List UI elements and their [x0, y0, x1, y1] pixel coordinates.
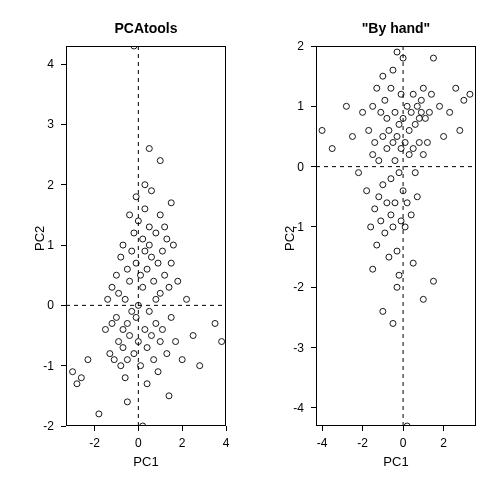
svg-point-26	[127, 212, 133, 218]
y-tick-label: 3	[47, 117, 66, 131]
svg-point-120	[384, 200, 390, 206]
svg-point-178	[394, 284, 400, 290]
svg-point-18	[120, 242, 126, 248]
svg-point-137	[396, 170, 402, 176]
svg-point-3	[70, 369, 76, 375]
x-axis-label: PC1	[66, 454, 226, 469]
svg-point-112	[376, 194, 382, 200]
svg-point-105	[370, 152, 376, 158]
y-tick-label: -2	[43, 419, 66, 433]
svg-point-83	[74, 381, 80, 387]
svg-point-110	[374, 85, 380, 91]
svg-point-54	[151, 278, 157, 284]
svg-point-134	[394, 248, 400, 254]
chart-svg	[316, 46, 476, 426]
svg-point-48	[146, 242, 152, 248]
y-tick-label: -4	[293, 401, 316, 415]
svg-point-170	[437, 103, 443, 109]
svg-point-28	[129, 248, 135, 254]
svg-point-150	[406, 152, 412, 158]
svg-point-76	[175, 278, 181, 284]
x-tick-label: -2	[89, 426, 100, 450]
y-tick-label: 1	[47, 238, 66, 252]
svg-point-63	[157, 290, 163, 296]
y-tick-label: 0	[47, 298, 66, 312]
svg-point-89	[157, 158, 163, 164]
x-tick-label: 2	[179, 426, 186, 450]
svg-point-15	[118, 363, 124, 369]
svg-point-17	[120, 326, 126, 332]
svg-point-73	[168, 314, 174, 320]
svg-point-132	[392, 200, 398, 206]
svg-point-53	[148, 188, 154, 194]
svg-point-4	[78, 375, 84, 381]
svg-point-52	[148, 333, 154, 339]
svg-point-27	[127, 333, 133, 339]
svg-point-130	[390, 67, 396, 73]
svg-point-131	[392, 158, 398, 164]
svg-point-135	[394, 49, 400, 55]
svg-point-122	[384, 115, 390, 121]
svg-point-172	[447, 109, 453, 115]
svg-point-33	[133, 314, 139, 320]
svg-point-165	[422, 115, 428, 121]
svg-point-77	[179, 357, 185, 363]
svg-point-164	[420, 85, 426, 91]
svg-rect-0	[67, 47, 226, 426]
svg-point-107	[372, 206, 378, 212]
svg-point-39	[138, 363, 144, 369]
svg-point-6	[105, 296, 111, 302]
svg-point-154	[410, 91, 416, 97]
x-tick-label: 2	[440, 426, 447, 450]
y-tick-label: -1	[293, 220, 316, 234]
svg-point-113	[378, 109, 384, 115]
svg-point-174	[457, 127, 463, 133]
svg-point-184	[410, 260, 416, 266]
svg-point-74	[170, 242, 176, 248]
svg-point-149	[406, 127, 412, 133]
y-tick-label: -1	[43, 359, 66, 373]
svg-point-103	[366, 127, 372, 133]
x-tick-label: 0	[135, 426, 142, 450]
svg-point-117	[380, 133, 386, 139]
svg-point-64	[159, 248, 165, 254]
svg-point-55	[151, 357, 157, 363]
svg-point-185	[396, 272, 402, 278]
svg-point-16	[118, 254, 124, 260]
svg-point-157	[414, 103, 420, 109]
svg-point-42	[142, 326, 148, 332]
svg-point-166	[424, 140, 430, 146]
svg-point-79	[190, 333, 196, 339]
svg-point-13	[116, 339, 122, 345]
svg-point-62	[157, 339, 163, 345]
svg-point-23	[124, 266, 130, 272]
svg-point-9	[109, 320, 115, 326]
svg-point-96	[319, 127, 325, 133]
svg-point-12	[113, 272, 119, 278]
svg-point-84	[85, 357, 91, 363]
y-tick-label: 4	[47, 57, 66, 71]
svg-point-65	[159, 326, 165, 332]
svg-point-118	[382, 230, 388, 236]
svg-point-151	[408, 212, 414, 218]
svg-point-123	[386, 254, 392, 260]
svg-point-173	[453, 85, 459, 91]
svg-point-8	[109, 284, 115, 290]
svg-point-102	[364, 188, 370, 194]
x-tick-label: -2	[357, 426, 368, 450]
svg-point-45	[144, 345, 150, 351]
svg-point-128	[390, 140, 396, 146]
svg-point-133	[392, 109, 398, 115]
svg-point-40	[140, 236, 146, 242]
svg-point-158	[414, 194, 420, 200]
svg-point-19	[120, 345, 126, 351]
svg-point-82	[219, 339, 225, 345]
svg-point-41	[140, 284, 146, 290]
svg-point-138	[396, 121, 402, 127]
svg-point-136	[394, 133, 400, 139]
svg-point-30	[131, 230, 137, 236]
svg-point-180	[380, 308, 386, 314]
svg-point-69	[164, 236, 170, 242]
svg-point-125	[388, 176, 394, 182]
svg-point-127	[388, 212, 394, 218]
